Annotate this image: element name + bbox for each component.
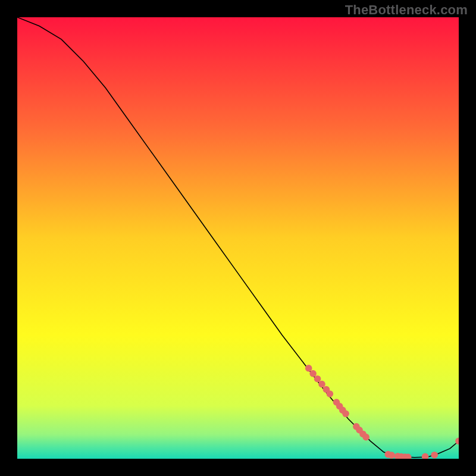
data-marker xyxy=(431,452,438,459)
watermark-text: TheBottleneck.com xyxy=(345,2,468,18)
data-marker xyxy=(388,452,395,459)
data-marker xyxy=(309,370,317,377)
gradient-background xyxy=(17,17,459,459)
data-marker xyxy=(342,411,349,418)
data-marker xyxy=(327,390,334,397)
plot-area xyxy=(17,17,459,459)
data-marker xyxy=(362,434,369,441)
data-marker xyxy=(314,375,321,383)
chart-frame: TheBottleneck.com xyxy=(0,0,476,476)
data-marker xyxy=(305,365,312,372)
plot-svg xyxy=(17,17,459,459)
data-marker xyxy=(318,381,325,388)
